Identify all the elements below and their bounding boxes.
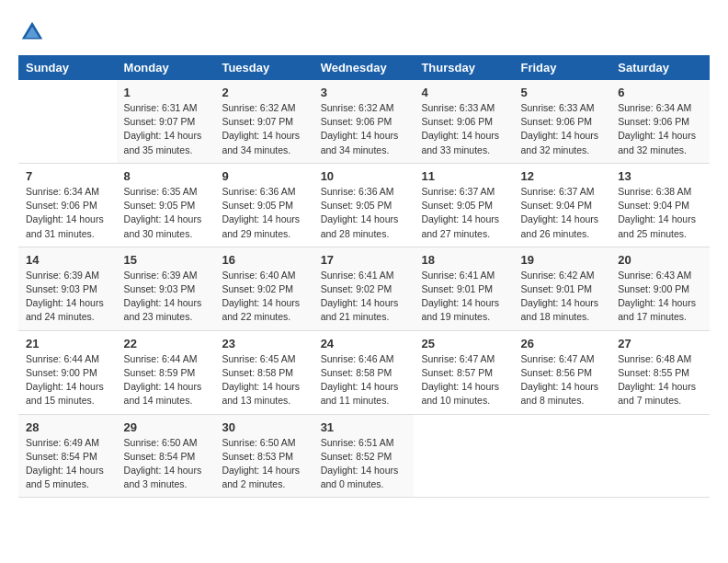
header-cell-wednesday: Wednesday [313,55,415,80]
header-cell-sunday: Sunday [18,55,117,80]
day-cell: 14Sunrise: 6:39 AM Sunset: 9:03 PM Dayli… [18,247,117,330]
day-number: 4 [421,86,506,99]
day-cell: 10Sunrise: 6:36 AM Sunset: 9:05 PM Dayli… [313,163,415,247]
day-info: Sunrise: 6:43 AM Sunset: 9:00 PM Dayligh… [618,269,702,325]
day-cell: 8Sunrise: 6:35 AM Sunset: 9:05 PM Daylig… [117,163,215,247]
day-cell: 18Sunrise: 6:41 AM Sunset: 9:01 PM Dayli… [414,247,513,330]
day-cell: 30Sunrise: 6:50 AM Sunset: 8:53 PM Dayli… [214,414,313,498]
day-cell: 13Sunrise: 6:38 AM Sunset: 9:04 PM Dayli… [610,163,710,247]
day-cell: 31Sunrise: 6:51 AM Sunset: 8:52 PM Dayli… [313,414,415,498]
day-cell: 23Sunrise: 6:45 AM Sunset: 8:58 PM Dayli… [214,330,313,414]
day-cell: 26Sunrise: 6:47 AM Sunset: 8:56 PM Dayli… [513,330,610,414]
day-cell: 28Sunrise: 6:49 AM Sunset: 8:54 PM Dayli… [18,414,117,498]
day-info: Sunrise: 6:36 AM Sunset: 9:05 PM Dayligh… [222,185,305,241]
day-info: Sunrise: 6:49 AM Sunset: 8:54 PM Dayligh… [26,436,109,492]
day-info: Sunrise: 6:37 AM Sunset: 9:04 PM Dayligh… [520,185,603,241]
calendar-table: SundayMondayTuesdayWednesdayThursdayFrid… [18,55,710,498]
day-cell: 15Sunrise: 6:39 AM Sunset: 9:03 PM Dayli… [117,247,215,330]
day-info: Sunrise: 6:47 AM Sunset: 8:57 PM Dayligh… [421,352,506,408]
day-info: Sunrise: 6:40 AM Sunset: 9:02 PM Dayligh… [222,269,305,325]
day-info: Sunrise: 6:34 AM Sunset: 9:06 PM Dayligh… [618,101,702,157]
day-info: Sunrise: 6:36 AM Sunset: 9:05 PM Dayligh… [321,185,407,241]
day-info: Sunrise: 6:31 AM Sunset: 9:07 PM Dayligh… [124,101,208,157]
logo [18,18,50,46]
day-cell: 11Sunrise: 6:37 AM Sunset: 9:05 PM Dayli… [414,163,513,247]
day-info: Sunrise: 6:50 AM Sunset: 8:54 PM Dayligh… [124,436,208,492]
day-number: 8 [124,169,208,183]
day-cell: 16Sunrise: 6:40 AM Sunset: 9:02 PM Dayli… [214,247,313,330]
day-number: 15 [124,253,208,267]
day-number: 25 [421,337,506,350]
header-cell-friday: Friday [513,55,610,80]
day-number: 31 [321,420,407,434]
day-info: Sunrise: 6:42 AM Sunset: 9:01 PM Dayligh… [520,269,603,325]
day-info: Sunrise: 6:37 AM Sunset: 9:05 PM Dayligh… [421,185,506,241]
day-info: Sunrise: 6:44 AM Sunset: 9:00 PM Dayligh… [26,352,109,408]
day-cell: 4Sunrise: 6:33 AM Sunset: 9:06 PM Daylig… [414,80,513,163]
day-cell: 17Sunrise: 6:41 AM Sunset: 9:02 PM Dayli… [313,247,415,330]
day-cell: 12Sunrise: 6:37 AM Sunset: 9:04 PM Dayli… [513,163,610,247]
day-info: Sunrise: 6:44 AM Sunset: 8:59 PM Dayligh… [124,352,208,408]
day-cell: 5Sunrise: 6:33 AM Sunset: 9:06 PM Daylig… [513,80,610,163]
day-cell: 25Sunrise: 6:47 AM Sunset: 8:57 PM Dayli… [414,330,513,414]
day-number: 20 [618,253,702,267]
day-cell: 6Sunrise: 6:34 AM Sunset: 9:06 PM Daylig… [610,80,710,163]
day-number: 23 [222,337,305,350]
day-info: Sunrise: 6:32 AM Sunset: 9:06 PM Dayligh… [321,101,407,157]
day-number: 3 [321,86,407,99]
day-number: 9 [222,169,305,183]
day-number: 17 [321,253,407,267]
day-cell: 19Sunrise: 6:42 AM Sunset: 9:01 PM Dayli… [513,247,610,330]
day-cell: 22Sunrise: 6:44 AM Sunset: 8:59 PM Dayli… [117,330,215,414]
day-number: 19 [520,253,603,267]
day-info: Sunrise: 6:45 AM Sunset: 8:58 PM Dayligh… [222,352,305,408]
day-cell: 7Sunrise: 6:34 AM Sunset: 9:06 PM Daylig… [18,163,117,247]
day-number: 11 [421,169,506,183]
day-info: Sunrise: 6:39 AM Sunset: 9:03 PM Dayligh… [26,269,109,325]
day-number: 30 [222,420,305,434]
header-cell-tuesday: Tuesday [214,55,313,80]
day-cell [610,414,710,498]
day-number: 6 [618,86,702,99]
day-cell: 24Sunrise: 6:46 AM Sunset: 8:58 PM Dayli… [313,330,415,414]
day-number: 28 [26,420,109,434]
logo-icon [18,18,46,46]
day-number: 13 [618,169,702,183]
day-number: 5 [520,86,603,99]
day-info: Sunrise: 6:39 AM Sunset: 9:03 PM Dayligh… [124,269,208,325]
day-number: 7 [26,169,109,183]
week-row-4: 21Sunrise: 6:44 AM Sunset: 9:00 PM Dayli… [18,330,710,414]
day-number: 29 [124,420,208,434]
day-cell: 27Sunrise: 6:48 AM Sunset: 8:55 PM Dayli… [610,330,710,414]
header-cell-thursday: Thursday [414,55,513,80]
day-number: 26 [520,337,603,350]
day-number: 18 [421,253,506,267]
day-number: 24 [321,337,407,350]
calendar-header: SundayMondayTuesdayWednesdayThursdayFrid… [18,55,710,80]
page-header [18,18,710,46]
day-cell: 21Sunrise: 6:44 AM Sunset: 9:00 PM Dayli… [18,330,117,414]
day-cell: 29Sunrise: 6:50 AM Sunset: 8:54 PM Dayli… [117,414,215,498]
day-cell [513,414,610,498]
day-info: Sunrise: 6:35 AM Sunset: 9:05 PM Dayligh… [124,185,208,241]
day-info: Sunrise: 6:46 AM Sunset: 8:58 PM Dayligh… [321,352,407,408]
day-cell: 3Sunrise: 6:32 AM Sunset: 9:06 PM Daylig… [313,80,415,163]
day-info: Sunrise: 6:33 AM Sunset: 9:06 PM Dayligh… [520,101,603,157]
header-row: SundayMondayTuesdayWednesdayThursdayFrid… [18,55,710,80]
day-info: Sunrise: 6:47 AM Sunset: 8:56 PM Dayligh… [520,352,603,408]
day-info: Sunrise: 6:41 AM Sunset: 9:02 PM Dayligh… [321,269,407,325]
day-info: Sunrise: 6:33 AM Sunset: 9:06 PM Dayligh… [421,101,506,157]
day-cell: 20Sunrise: 6:43 AM Sunset: 9:00 PM Dayli… [610,247,710,330]
day-cell: 9Sunrise: 6:36 AM Sunset: 9:05 PM Daylig… [214,163,313,247]
day-number: 21 [26,337,109,350]
week-row-1: 1Sunrise: 6:31 AM Sunset: 9:07 PM Daylig… [18,80,710,163]
week-row-3: 14Sunrise: 6:39 AM Sunset: 9:03 PM Dayli… [18,247,710,330]
week-row-5: 28Sunrise: 6:49 AM Sunset: 8:54 PM Dayli… [18,414,710,498]
day-number: 22 [124,337,208,350]
day-info: Sunrise: 6:51 AM Sunset: 8:52 PM Dayligh… [321,436,407,492]
day-info: Sunrise: 6:50 AM Sunset: 8:53 PM Dayligh… [222,436,305,492]
day-number: 14 [26,253,109,267]
day-info: Sunrise: 6:48 AM Sunset: 8:55 PM Dayligh… [618,352,702,408]
day-info: Sunrise: 6:41 AM Sunset: 9:01 PM Dayligh… [421,269,506,325]
day-cell: 2Sunrise: 6:32 AM Sunset: 9:07 PM Daylig… [214,80,313,163]
